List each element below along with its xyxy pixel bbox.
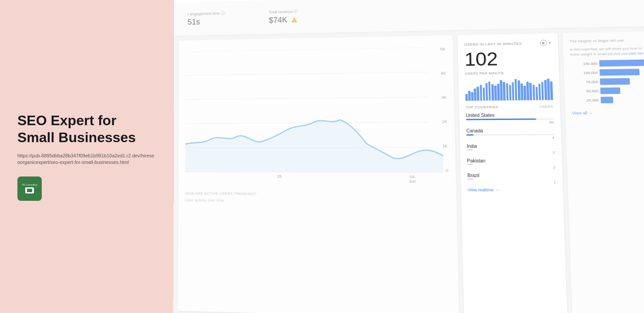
bar-9 — [488, 81, 491, 100]
svg-line-3 — [185, 122, 429, 123]
analytics-panel: r engagement time ⓘ 51s Total revenue ⓘ … — [173, 0, 644, 313]
h-bar-4: 50,000 — [571, 87, 644, 94]
h-bar-1: 150,000 — [570, 60, 644, 67]
bar-26 — [538, 84, 541, 100]
bar-18 — [514, 79, 517, 100]
bar-12 — [497, 83, 500, 100]
left-panel: SEO Expert for Small Businesses https://… — [0, 0, 174, 313]
bottom-active-users: HOW ARE ACTIVE USERS TRENDING? User acti… — [185, 191, 449, 204]
top-bar-content: r engagement time ⓘ 51s Total revenue ⓘ … — [183, 9, 298, 27]
page-url[interactable]: https://pub-8895dbba28b347f09eb1b991b10a… — [17, 153, 157, 166]
country-us: United States 80 — [466, 112, 554, 124]
realtime-dropdown[interactable]: ▾ — [548, 40, 551, 45]
right-side-panel: The heights of Segni Hill use in this ex… — [563, 31, 644, 313]
country-br-value: 1 — [467, 180, 556, 184]
users-per-minute-chart — [465, 77, 553, 101]
h-bar-label-5: 25,000 — [572, 98, 599, 103]
bar-6 — [480, 85, 482, 100]
bar-7 — [483, 87, 485, 100]
bar-17 — [512, 82, 514, 100]
favicon: YE Consultcy — [17, 176, 42, 201]
y-label-3k: 3K — [441, 95, 446, 100]
realtime-circle-icon[interactable] — [540, 40, 547, 46]
users-per-minute-label: USERS PER MINUTE — [465, 70, 552, 76]
revenue-label: Total revenue ⓘ — [268, 9, 298, 15]
favicon-icon — [25, 187, 34, 193]
country-us-value: 80 — [466, 120, 554, 125]
bar-29 — [547, 78, 550, 100]
svg-line-1 — [186, 72, 428, 76]
country-in-value: 2 — [467, 150, 555, 155]
h-bar-label-3: 75,000 — [571, 80, 598, 84]
bar-22 — [527, 82, 529, 100]
bar-3 — [471, 92, 474, 101]
x-label-4: 04Jun — [409, 175, 416, 184]
bar-10 — [491, 84, 494, 100]
line-chart-svg — [185, 47, 448, 173]
view-realtime-text: View realtime → — [468, 187, 500, 192]
y-label-5k: 5K — [440, 47, 446, 51]
country-pk-value: 2 — [467, 165, 556, 170]
chart-area: 5K 4K 3K 2K 1K 0 — [185, 47, 448, 173]
bar-24 — [533, 85, 535, 100]
bar-13 — [500, 80, 503, 100]
country-in: India 2 — [466, 143, 555, 155]
bar-20 — [520, 83, 523, 100]
engagement-metric: r engagement time ⓘ 51s — [188, 10, 225, 27]
right-panel-link[interactable]: click here — [629, 51, 644, 56]
h-bar-label-2: 100,000 — [570, 71, 597, 75]
country-in-row — [467, 150, 555, 150]
country-pk: Pakistan 2 — [467, 158, 555, 170]
top-countries-label: TOP COUNTRIES — [466, 105, 498, 110]
country-ca-bar-container — [466, 134, 554, 136]
bar-14 — [503, 82, 506, 100]
country-br-dash — [467, 179, 473, 179]
country-br: Brazil 1 — [467, 173, 556, 184]
y-label-4k: 4K — [441, 71, 446, 75]
bar-15 — [506, 83, 509, 100]
x-label-2: 25 — [277, 174, 282, 183]
page-title: SEO Expert for Small Businesses — [17, 112, 157, 146]
active-users-subtitle: User activity over time — [185, 198, 449, 204]
main-content: 5K 4K 3K 2K 1K 0 — [173, 27, 644, 313]
view-all-text: View all → — [572, 111, 593, 116]
svg-line-2 — [185, 97, 428, 99]
analytics-bg: r engagement time ⓘ 51s Total revenue ⓘ … — [173, 0, 644, 313]
bar-23 — [530, 83, 532, 100]
users-count: 102 — [464, 49, 552, 69]
country-in-dash — [467, 150, 473, 150]
view-all-link[interactable]: View all → — [572, 107, 644, 117]
h-bar-5: 25,000 — [572, 97, 644, 104]
bar-27 — [541, 82, 544, 100]
country-ca-name: Canada — [466, 128, 554, 133]
realtime-panel: USERS IN LAST 30 MINUTES ▾ 102 USERS PER… — [457, 33, 567, 313]
svg-line-0 — [186, 47, 427, 52]
h-bar-fill-5 — [600, 97, 613, 103]
bar-16 — [509, 85, 511, 100]
country-pk-dash — [467, 164, 473, 165]
bar-19 — [517, 80, 520, 100]
h-bar-label-1: 150,000 — [570, 62, 597, 66]
realtime-controls: ▾ — [540, 40, 551, 46]
horizontal-bar-chart: 150,000 100,000 75,000 50,000 — [570, 60, 644, 104]
country-ca: Canada 4 — [466, 128, 554, 140]
bar-2 — [468, 90, 471, 100]
x-axis: 25 04Jun — [185, 174, 449, 184]
country-ca-value: 4 — [466, 136, 554, 140]
top-countries-header: TOP COUNTRIES USERS — [466, 105, 553, 110]
view-realtime-link[interactable]: View realtime → — [468, 187, 556, 193]
bar-4 — [474, 88, 476, 101]
h-bar-fill-3 — [600, 78, 630, 85]
bar-28 — [544, 80, 547, 100]
bar-11 — [494, 86, 497, 100]
engagement-value: 51s — [188, 17, 225, 27]
bar-5 — [477, 87, 480, 100]
bar-1 — [465, 94, 467, 101]
country-in-name: India — [466, 143, 554, 149]
engagement-block: r engagement time ⓘ 51s — [188, 10, 225, 27]
favicon-text: YE Consultcy — [22, 183, 37, 186]
country-pk-row — [467, 164, 555, 165]
bar-30 — [550, 81, 553, 100]
realtime-title: USERS IN LAST 30 MINUTES — [464, 41, 522, 47]
h-bar-fill-4 — [600, 88, 621, 94]
